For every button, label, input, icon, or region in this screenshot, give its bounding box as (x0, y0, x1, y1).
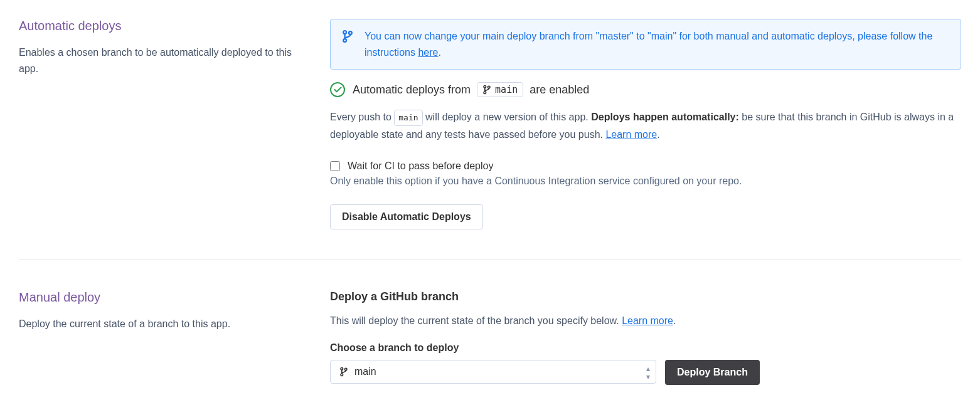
check-circle-icon (330, 82, 345, 97)
wait-ci-row: Wait for CI to pass before deploy (330, 160, 961, 172)
status-prefix: Automatic deploys from (353, 83, 471, 97)
selected-branch-value: main (354, 366, 376, 377)
auto-deploy-explainer: Every push to main will deploy a new ver… (330, 108, 961, 143)
svg-point-1 (343, 39, 346, 42)
select-caret-icon: ▴▾ (646, 364, 650, 380)
section-content: Deploy a GitHub branch This will deploy … (330, 290, 961, 384)
auto-deploy-status: Automatic deploys from main are enabled (330, 82, 961, 97)
deploy-github-branch-heading: Deploy a GitHub branch (330, 290, 961, 303)
branch-select[interactable]: main ▴▾ (330, 360, 656, 385)
desc-end: . (657, 129, 659, 140)
status-branch-tag: main (477, 82, 523, 97)
manual-learn-more-link[interactable]: Learn more (622, 315, 673, 326)
manual-body-pre: This will deploy the current state of th… (330, 315, 622, 326)
svg-point-0 (343, 31, 346, 34)
svg-point-3 (484, 86, 486, 88)
disable-auto-deploys-button[interactable]: Disable Automatic Deploys (330, 204, 483, 229)
git-branch-icon (339, 367, 348, 377)
desc-bold: Deploys happen automatically: (591, 112, 739, 122)
banner-text-pre: You can now change your main deploy bran… (365, 31, 932, 58)
banner-text: You can now change your main deploy bran… (365, 28, 949, 60)
status-text: Automatic deploys from main are enabled (353, 82, 589, 97)
svg-point-7 (341, 374, 343, 376)
automatic-deploys-description: Enables a chosen branch to be automatica… (19, 45, 300, 76)
svg-point-8 (344, 368, 347, 370)
branch-select-box[interactable]: main (330, 360, 656, 384)
manual-deploy-description: Deploy the current state of a branch to … (19, 316, 300, 332)
section-content: You can now change your main deploy bran… (330, 19, 961, 229)
git-branch-icon (342, 29, 353, 46)
main-branch-info-banner: You can now change your main deploy bran… (330, 19, 961, 70)
auto-learn-more-link[interactable]: Learn more (605, 129, 657, 140)
manual-body-end: . (673, 315, 676, 326)
automatic-deploys-title: Automatic deploys (19, 19, 300, 33)
deploy-branch-button[interactable]: Deploy Branch (665, 360, 760, 385)
status-branch-name: main (495, 84, 518, 95)
desc-mid: will deploy a new version of this app. (423, 112, 592, 122)
banner-text-post: . (438, 47, 440, 58)
section-sidebar: Manual deploy Deploy the current state o… (19, 290, 300, 384)
section-sidebar: Automatic deploys Enables a chosen branc… (19, 19, 300, 229)
svg-point-2 (349, 31, 352, 34)
manual-deploy-section: Manual deploy Deploy the current state o… (19, 260, 961, 414)
svg-point-5 (488, 86, 491, 88)
manual-deploy-title: Manual deploy (19, 290, 300, 305)
manual-deploy-body: This will deploy the current state of th… (330, 312, 961, 329)
desc-branch-tag: main (394, 110, 422, 126)
wait-ci-checkbox[interactable] (330, 161, 340, 171)
git-branch-icon (482, 85, 491, 95)
svg-point-4 (484, 92, 486, 94)
choose-branch-label: Choose a branch to deploy (330, 342, 961, 354)
desc-pre: Every push to (330, 112, 394, 122)
branch-select-row: main ▴▾ Deploy Branch (330, 360, 961, 385)
wait-ci-label: Wait for CI to pass before deploy (348, 160, 493, 172)
wait-ci-helper: Only enable this option if you have a Co… (330, 176, 961, 187)
svg-point-6 (341, 367, 343, 370)
banner-here-link[interactable]: here (418, 47, 438, 58)
status-suffix: are enabled (530, 83, 589, 97)
automatic-deploys-section: Automatic deploys Enables a chosen branc… (19, 19, 961, 260)
